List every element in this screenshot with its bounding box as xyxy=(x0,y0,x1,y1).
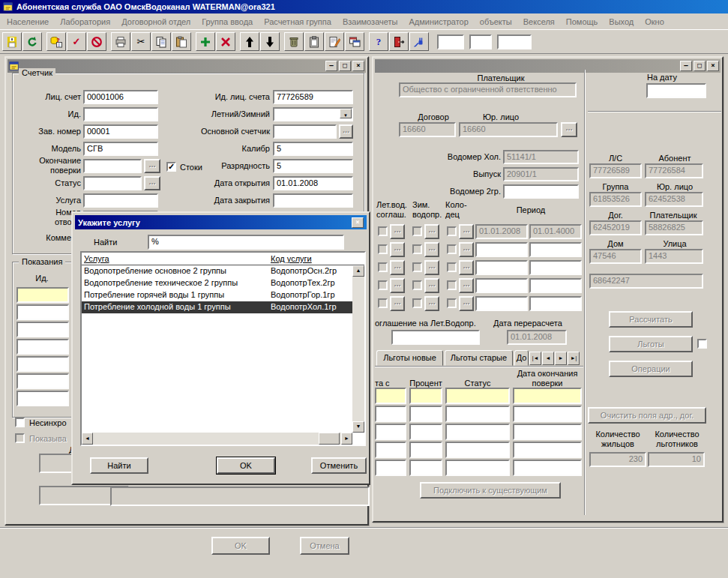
menu-laboratoriya[interactable]: Лаборатория xyxy=(60,17,110,26)
dialog-cancel-button[interactable]: Отменить xyxy=(311,457,367,474)
table-cell[interactable] xyxy=(375,424,406,440)
period-to-field[interactable] xyxy=(529,278,582,293)
clipboard-button[interactable] xyxy=(304,32,324,51)
dialog-ok-button[interactable]: OK xyxy=(217,457,275,474)
trash-button[interactable] xyxy=(284,32,304,51)
usluga-field[interactable] xyxy=(83,193,158,208)
combo-dropdown-button[interactable]: ▼ xyxy=(340,109,352,118)
vertical-scrollbar[interactable]: ▲ ▼ xyxy=(352,265,364,433)
id-field[interactable] xyxy=(83,107,158,121)
minimize-button[interactable]: – xyxy=(680,61,692,71)
cancel-button[interactable] xyxy=(87,32,106,51)
menu-vzaimozachety[interactable]: Взаимозачеты xyxy=(343,17,398,26)
pokazaniya-cell[interactable] xyxy=(16,304,69,320)
period-from-field[interactable] xyxy=(475,278,528,293)
find-input[interactable]: % xyxy=(148,235,344,250)
soglashenie-field[interactable] xyxy=(391,330,480,345)
lic-schet-field[interactable]: 00001006 xyxy=(83,90,158,104)
table-cell[interactable] xyxy=(409,442,442,458)
table-cell[interactable] xyxy=(375,406,406,422)
data-otkrytiya-field[interactable]: 01.01.2008 xyxy=(273,176,353,190)
kalibr-field[interactable]: 5 xyxy=(273,142,353,156)
dialog-close-button[interactable]: × xyxy=(352,217,364,228)
help-button[interactable]: ? xyxy=(369,32,388,51)
table-cell[interactable] xyxy=(375,388,406,404)
table-cell[interactable] xyxy=(513,406,582,422)
scroll-up-button[interactable]: ▲ xyxy=(352,265,364,277)
pokazaniya-cell[interactable] xyxy=(16,391,69,406)
minimize-button[interactable]: – xyxy=(325,61,337,71)
exit-button[interactable] xyxy=(389,32,409,51)
service-list-item[interactable]: Потребление горячей воды 1 группы Водопо… xyxy=(82,289,352,301)
pokazaniya-cell[interactable] xyxy=(16,356,69,372)
refresh-button[interactable] xyxy=(22,32,42,51)
menu-administrator[interactable]: Администратор xyxy=(409,17,468,26)
scroll-left-button[interactable]: ◄ xyxy=(82,433,93,445)
menu-pomosch[interactable]: Помощь xyxy=(566,17,598,26)
pokazaniya-cell[interactable] xyxy=(16,373,69,389)
delete-button[interactable] xyxy=(216,32,235,51)
print-button[interactable] xyxy=(111,32,130,51)
na-datu-field[interactable] xyxy=(646,83,706,98)
table-cell[interactable] xyxy=(445,388,510,404)
windows-button[interactable] xyxy=(345,32,364,51)
dialog-find-button[interactable]: Найти xyxy=(90,457,148,474)
cut-button[interactable]: ✂ xyxy=(131,32,151,51)
scroll-thumb[interactable] xyxy=(319,433,340,445)
table-cell[interactable] xyxy=(445,460,510,476)
close-button[interactable]: × xyxy=(352,61,364,71)
zav-nomer-field[interactable]: 00001 xyxy=(83,124,158,139)
tab-scroll-right-button[interactable]: ► xyxy=(555,352,567,365)
table-cell[interactable] xyxy=(513,424,582,440)
razryadnost-field[interactable]: 5 xyxy=(273,159,353,173)
menu-dogovornoy-otdel[interactable]: Договорной отдел xyxy=(121,17,190,26)
toolbar-textbox-3[interactable] xyxy=(497,34,532,49)
connect-button[interactable] xyxy=(409,32,429,51)
period-to-field[interactable] xyxy=(529,260,582,275)
tab-lgoty-novye[interactable]: Льготы новые xyxy=(376,350,443,366)
table-cell[interactable] xyxy=(445,406,510,422)
paste-button[interactable] xyxy=(172,32,191,51)
table-cell[interactable] xyxy=(409,424,442,440)
id-lic-scheta-field[interactable]: 77726589 xyxy=(273,90,353,104)
close-button[interactable]: × xyxy=(707,61,719,71)
okonchanie-poverki-field[interactable] xyxy=(83,159,142,173)
add-button[interactable] xyxy=(196,32,215,51)
tab-scroll-last-button[interactable]: ►| xyxy=(568,352,580,365)
table-cell[interactable] xyxy=(409,388,442,404)
table-cell[interactable] xyxy=(375,460,406,476)
confirm-button[interactable]: ✓ xyxy=(67,32,86,51)
scroll-down-button[interactable]: ▼ xyxy=(352,421,364,433)
toolbar-textbox-1[interactable] xyxy=(437,34,464,49)
menu-vyhod[interactable]: Выход xyxy=(609,17,634,26)
table-cell[interactable] xyxy=(409,406,442,422)
service-list-item-selected[interactable]: Потребление холодной воды 1 группы Водоп… xyxy=(82,301,352,313)
menu-obekty[interactable]: объекты xyxy=(480,17,512,26)
menu-raschetnaya-gruppa[interactable]: Расчетная группа xyxy=(264,17,331,26)
period-from-field[interactable] xyxy=(475,296,528,311)
table-cell[interactable] xyxy=(513,460,582,476)
service-list-item[interactable]: Водопотребление основное 2 группы Водопо… xyxy=(82,265,352,277)
pokazaniya-cell[interactable] xyxy=(16,339,69,355)
query-button[interactable]: ≡? xyxy=(46,32,66,51)
service-list-item[interactable]: Водопотребление техническое 2 группы Вод… xyxy=(82,277,352,289)
copy-button[interactable] xyxy=(151,32,171,51)
menu-naselenie[interactable]: Население xyxy=(7,17,49,26)
vodomer-2gr-field[interactable] xyxy=(503,184,579,199)
tab-do[interactable]: До xyxy=(514,350,529,366)
pokazaniya-cell[interactable] xyxy=(16,287,69,303)
scroll-right-button[interactable]: ► xyxy=(341,433,352,445)
table-cell[interactable] xyxy=(513,442,582,458)
data-zakrytiya-field[interactable] xyxy=(273,193,353,208)
maximize-button[interactable]: □ xyxy=(694,61,706,71)
table-cell[interactable] xyxy=(445,442,510,458)
table-cell[interactable] xyxy=(445,424,510,440)
tab-scroll-left-button[interactable]: ◄ xyxy=(542,352,554,365)
period-from-field[interactable] xyxy=(475,242,528,257)
stoki-checkbox[interactable]: ✓ xyxy=(166,162,176,172)
toolbar-textbox-2[interactable] xyxy=(469,34,492,49)
menu-okno[interactable]: Окно xyxy=(645,17,664,26)
letniy-zimniy-combo[interactable]: ▼ xyxy=(273,107,353,121)
table-cell[interactable] xyxy=(375,442,406,458)
status-field[interactable] xyxy=(83,176,142,190)
